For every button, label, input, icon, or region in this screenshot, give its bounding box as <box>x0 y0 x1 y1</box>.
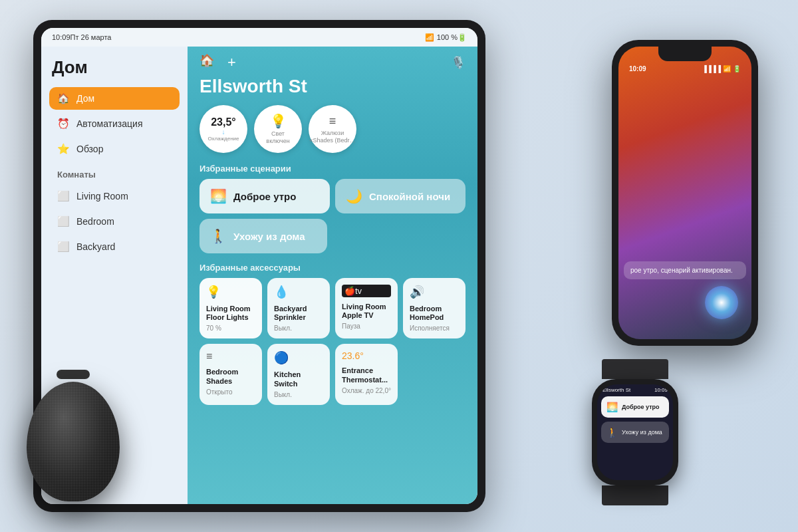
watch-body: Ellsworth St 10:09 🌅 Доброе утро 🚶 Ухожу… <box>592 379 678 485</box>
entrance-icon: 23.6° <box>342 350 391 361</box>
scenario-leaving[interactable]: 🚶 Ухожу из дома <box>200 219 327 253</box>
siri-text: рое утро, сценарий активирован. <box>630 267 733 274</box>
star-icon: ⭐ <box>57 143 70 155</box>
siri-banner: рое утро, сценарий активирован. <box>624 261 746 279</box>
light-icon: 💡 <box>270 113 287 129</box>
room-icon: ⬜ <box>57 190 70 202</box>
scenarios-section-label: Избранные сценарии <box>188 164 477 179</box>
homepod-device <box>7 372 140 519</box>
shades2-status: Открыто <box>206 388 255 396</box>
watch-status-bar: Ellsworth St 10:09 <box>597 384 673 394</box>
leaving-label: Ухожу из дома <box>233 231 305 242</box>
appletv-name: Living Room Apple TV <box>342 303 391 320</box>
watch-card-morning[interactable]: 🌅 Доброе утро <box>601 396 669 418</box>
homepod-body <box>27 382 120 501</box>
siri-wave <box>705 286 738 319</box>
ipad-wifi-icon: 📶 <box>425 33 434 42</box>
sidebar-item-automation[interactable]: ⏰ Автоматизация <box>49 112 180 135</box>
iphone-signal-icon: ▐▐▐▐ <box>702 65 721 72</box>
watch-card-leaving[interactable]: 🚶 Ухожу из дома <box>601 422 669 443</box>
scene: 10:09 Пт 26 марта 📶 100 % 🔋 Дом 🏠 Дом ⏰ <box>0 0 798 532</box>
ipad-date: Пт 26 марта <box>70 33 112 41</box>
iphone-time: 10:09 <box>629 65 646 72</box>
accessory-homepod[interactable]: 🔊 Bedroom HomePod Исполняется <box>403 278 466 338</box>
accessories-grid: 💡 Living Room Floor Lights 70 % 💧 Backya… <box>188 278 477 414</box>
sidebar-auto-label: Автоматизация <box>76 118 142 129</box>
watch-morning-icon: 🌅 <box>606 402 618 412</box>
sidebar-item-living-room[interactable]: ⬜ Living Room <box>49 185 180 207</box>
iphone: 10:09 ▐▐▐▐ 📶 🔋 рое утро, сценарий активи… <box>612 40 758 346</box>
scenarios-grid: 🌅 Доброе утро 🌙 Спокойной ночи 🚶 <box>188 179 477 263</box>
watch-band-bottom <box>602 485 668 505</box>
morning-icon: 🌅 <box>210 188 227 204</box>
iphone-wifi-icon: 📶 <box>723 65 731 72</box>
accessory-shades2[interactable]: ≡ Bedroom Shades Открыто <box>200 344 262 404</box>
floor-lights-status: 70 % <box>206 325 255 332</box>
apple-watch: Ellsworth St 10:09 🌅 Доброе утро 🚶 Ухожу… <box>579 359 692 492</box>
main-home-icon[interactable]: 🏠 <box>200 53 218 72</box>
scenario-night[interactable]: 🌙 Спокойной ночи <box>335 179 466 213</box>
temp-value: 23,5° <box>211 116 236 128</box>
homepod-mesh <box>27 382 120 501</box>
sidebar-item-dom[interactable]: 🏠 Дом <box>49 87 180 110</box>
iphone-battery-icon: 🔋 <box>733 65 741 72</box>
main-top-bar: 🏠 + 🎙️ <box>188 47 477 76</box>
accessory-floor-lights[interactable]: 💡 Living Room Floor Lights 70 % <box>200 278 262 338</box>
kitchen-sw-name: Kitchen Switch <box>274 370 323 388</box>
sidebar-obzor-label: Обзор <box>76 144 103 154</box>
status-card-light[interactable]: 💡 Светвключен <box>254 105 302 153</box>
main-location-title: Ellsworth St <box>188 76 477 105</box>
sidebar-rooms-label: Комнаты <box>49 163 180 182</box>
watch-band-top <box>602 359 668 379</box>
scenarios-row-2: 🚶 Ухожу из дома <box>200 219 466 253</box>
night-label: Спокойной ночи <box>369 191 450 202</box>
accessory-appletv[interactable]: 🍎tv Living Room Apple TV Пауза <box>335 278 398 338</box>
accessory-sprinkler[interactable]: 💧 Backyard Sprinkler Выкл. <box>267 278 330 338</box>
watch-morning-label: Доброе утро <box>622 404 660 410</box>
ipad-battery-icon: 🔋 <box>458 33 467 42</box>
shades-label: Жалюзи«Shades (Bedr… <box>309 130 355 144</box>
voice-icon[interactable]: 🎙️ <box>451 55 466 70</box>
home-icon: 🏠 <box>57 92 70 104</box>
temp-arrow: ↓ <box>222 128 225 136</box>
sprinkler-name: Backyard Sprinkler <box>274 305 323 322</box>
ipad-status-bar: 10:09 Пт 26 марта 📶 100 % 🔋 <box>41 28 477 47</box>
entrance-status: Охлаж. до 22,0° <box>342 387 391 394</box>
clock-icon: ⏰ <box>57 118 70 130</box>
accessory-entrance[interactable]: 23.6° Entrance Thermostat... Охлаж. до 2… <box>335 344 398 404</box>
status-card-temp[interactable]: 23,5° ↓ Охлаждение <box>200 105 247 153</box>
main-content: 🏠 + 🎙️ Ellsworth St 23,5° ↓ Охлаждение <box>188 47 477 504</box>
iphone-notch <box>658 47 712 61</box>
appletv-status: Пауза <box>342 323 391 330</box>
ipad-time: 10:09 <box>52 33 70 41</box>
watch-time: 10:09 <box>654 387 668 393</box>
sidebar-backyard-label: Backyard <box>76 241 115 252</box>
sidebar-living-label: Living Room <box>76 191 128 201</box>
homepod-status: Исполняется <box>410 325 459 332</box>
sidebar-item-bedroom[interactable]: ⬜ Bedroom <box>49 210 180 233</box>
add-button[interactable]: + <box>227 54 245 71</box>
scenario-morning[interactable]: 🌅 Доброе утро <box>200 179 330 213</box>
sprinkler-icon: 💧 <box>274 285 323 299</box>
sidebar-bedroom-label: Bedroom <box>76 216 114 227</box>
shades2-name: Bedroom Shades <box>206 368 255 385</box>
ipad-battery: 100 % <box>437 33 458 41</box>
sidebar-item-backyard[interactable]: ⬜ Backyard <box>49 235 180 258</box>
sprinkler-status: Выкл. <box>274 325 323 332</box>
kitchen-sw-status: Выкл. <box>274 391 323 398</box>
room-icon2: ⬜ <box>57 215 70 227</box>
accessories-section-label: Избранные аксессуары <box>188 263 477 278</box>
iphone-icons: ▐▐▐▐ 📶 🔋 <box>702 65 741 72</box>
room-icon3: ⬜ <box>57 241 70 253</box>
status-card-shades[interactable]: ≡ Жалюзи«Shades (Bedr… <box>309 105 356 153</box>
night-icon: 🌙 <box>346 188 362 204</box>
watch-screen: Ellsworth St 10:09 🌅 Доброе утро 🚶 Ухожу… <box>597 384 673 480</box>
homepod-icon: 🔊 <box>410 285 459 299</box>
homepod-top <box>57 370 90 379</box>
sidebar-item-overview[interactable]: ⭐ Обзор <box>49 138 180 160</box>
shades-icon: ≡ <box>329 114 336 128</box>
watch-leaving-icon: 🚶 <box>606 427 618 438</box>
main-top-left: 🏠 + <box>200 53 245 72</box>
accessory-kitchen-sw[interactable]: 🔵 Kitchen Switch Выкл. <box>267 344 330 404</box>
sidebar-title: Дом <box>49 57 180 78</box>
